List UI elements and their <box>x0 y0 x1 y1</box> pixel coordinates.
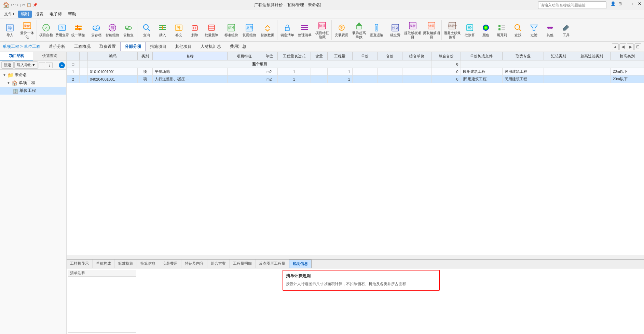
query-button[interactable]: 查询 <box>139 20 154 40</box>
standard-price-button[interactable]: 标准 标准组价 <box>222 20 240 40</box>
project-check-button[interactable]: ✓ 项目自检 <box>38 20 54 40</box>
lock-list-button[interactable]: 锁定清单 <box>279 20 296 40</box>
row-code-1[interactable]: 010101001001 <box>87 68 137 75</box>
move-up-button[interactable]: ↑ <box>39 62 45 68</box>
group-expand[interactable]: □ <box>67 60 80 68</box>
bottom-tab-install-fee[interactable]: 安装费用 <box>159 260 181 268</box>
global-search-input[interactable] <box>538 1 606 9</box>
tab-sections[interactable]: 分部分项 <box>120 42 146 51</box>
cloud-save-button[interactable]: 云存档 <box>88 20 104 40</box>
bottom-tab-materials[interactable]: 工料机显示 <box>67 260 93 268</box>
standalone-fee-button[interactable]: 独立 独立费 <box>387 20 403 40</box>
tab-project-overview[interactable]: 工程概况 <box>70 42 95 51</box>
redo-icon[interactable]: ↪ <box>15 3 18 7</box>
comment-body[interactable] <box>68 277 136 333</box>
install-fee-button[interactable]: 安 安装费用 <box>333 20 350 40</box>
user-icon[interactable]: 👤 <box>611 1 616 9</box>
tab-materials[interactable]: 人材机汇总 <box>196 42 225 51</box>
bottom-tab-qty-detail[interactable]: 工程量明细 <box>230 260 256 268</box>
bottom-tab-price-comp[interactable]: 单价构成 <box>93 260 115 268</box>
bottom-tab-description[interactable]: 说明信息 <box>289 260 312 268</box>
find-button[interactable]: 查找 <box>510 20 526 40</box>
row-amount-2[interactable]: 1 <box>327 75 352 83</box>
expand-button[interactable]: 展开到 <box>494 20 510 40</box>
row-more-icon[interactable]: ... <box>186 77 189 81</box>
row-files-1[interactable]: 民用建筑工程 <box>461 68 502 75</box>
row-code-2[interactable]: 040204001001 <box>87 75 137 83</box>
bottom-tab-features[interactable]: 特征及内容 <box>181 260 207 268</box>
unified-adjust-button[interactable]: 统一调整 <box>70 20 86 40</box>
add-icon-button[interactable]: + <box>59 62 65 68</box>
row-name-1[interactable]: 平整场地 <box>152 68 227 75</box>
calc-button[interactable]: 砼 砼浆算 <box>462 20 478 40</box>
menu-help[interactable]: 帮助 <box>65 11 79 18</box>
menu-edit[interactable]: 编制 <box>18 11 32 18</box>
supplement-button[interactable]: 补 补充 <box>171 20 187 40</box>
row-specialty-2[interactable]: 民用建筑工程 <box>502 75 544 83</box>
concrete-convert-button[interactable]: 混凝土 混凝土砂浆换算 <box>443 20 462 40</box>
insert-button[interactable]: 插入 <box>155 20 170 40</box>
bottom-tab-combo[interactable]: 组合方案 <box>207 260 230 268</box>
replace-data-button[interactable]: 替换数据 <box>259 20 276 40</box>
nav-right-arrow[interactable]: ▶ <box>627 43 634 50</box>
move-down-button[interactable]: ↓ <box>46 62 53 68</box>
tab-fee-summary[interactable]: 费用汇总 <box>225 42 251 51</box>
vertical-transport-button[interactable]: 竖直运输 <box>368 20 385 40</box>
grid-icon[interactable]: ⊞ <box>618 1 622 9</box>
breadcrumb-unit-project[interactable]: 单项工程 <box>3 44 19 49</box>
new-button[interactable]: 新建 <box>1 61 14 69</box>
minimize-button[interactable]: — <box>626 1 630 9</box>
undo-icon[interactable]: ↩ <box>11 3 14 7</box>
filter-button[interactable]: 过滤 <box>526 20 542 40</box>
batch-delete-button[interactable]: 批量删除 <box>203 20 220 40</box>
tree-unit-project[interactable]: ▼ 🏠 单项工程 <box>0 79 66 87</box>
row-specialty-1[interactable]: 民用建筑工程 <box>502 68 544 75</box>
tree-root[interactable]: ▼ 📁 未命名 <box>0 71 66 79</box>
close-button[interactable]: ✕ <box>638 1 641 9</box>
row-feature-2[interactable] <box>228 75 261 83</box>
smart-price-button[interactable]: 智 智能组价 <box>105 20 120 40</box>
sidebar-tab-quick[interactable]: 快速查询 <box>33 52 66 60</box>
copy-icon[interactable]: 📋 <box>27 3 31 7</box>
bottom-tab-figure[interactable]: 反查图形工程量 <box>256 260 289 268</box>
row-feature-1[interactable] <box>228 68 261 75</box>
tree-unit-item[interactable]: 🏢 单位工程 <box>0 87 66 95</box>
maximize-button[interactable]: □ <box>633 1 635 9</box>
delete-button[interactable]: 删除 <box>187 20 203 40</box>
menu-ebid[interactable]: 电子标 <box>47 11 65 18</box>
nav-up-arrow[interactable]: ▲ <box>612 43 619 50</box>
bottom-tab-std-convert[interactable]: 标准换算 <box>115 260 137 268</box>
extract-template-button[interactable]: 模板 提取模板项目 <box>403 20 422 40</box>
row-formula-1[interactable]: 1 <box>277 68 311 75</box>
qty-price-unity-button[interactable]: 量价 量价一体化 <box>18 20 36 40</box>
extract-steel-button[interactable]: 钢筋 提取钢筋项目 <box>422 20 441 40</box>
tab-other-items[interactable]: 其他项目 <box>171 42 196 51</box>
tab-fee-settings[interactable]: 取费设置 <box>95 42 120 51</box>
fee-view-button[interactable]: ¥ 费用查看 <box>54 20 70 40</box>
arrange-list-button[interactable]: 整理清单 <box>296 20 313 40</box>
color-button[interactable]: 颜色 <box>478 20 494 40</box>
nav-expand-arrow[interactable]: ⊡ <box>634 43 641 50</box>
feature-hide-button[interactable]: 特征 项目特征隐藏 <box>314 20 331 40</box>
tab-measures[interactable]: 措施项目 <box>146 42 171 51</box>
tools-button[interactable]: 工具 <box>558 20 574 40</box>
import-export-button[interactable]: 导入导出▼ <box>14 61 38 69</box>
bottom-tab-convert-info[interactable]: 换算信息 <box>137 260 159 268</box>
table-area[interactable]: 编码 类别 名称 项目特征 单位 工程量表达式 含量 工程量 单价 合价 综合单… <box>67 52 644 255</box>
row-name-2[interactable]: 人行道整形、碾压 ... <box>152 75 227 83</box>
menu-file[interactable]: 文件+ <box>1 11 17 18</box>
paste-icon[interactable]: 📌 <box>33 3 38 7</box>
tab-cost-analysis[interactable]: 造价分析 <box>44 42 70 51</box>
menu-report[interactable]: 报表 <box>32 11 46 18</box>
row-formula-2[interactable]: 1 <box>277 75 311 83</box>
nav-left-arrow[interactable]: ◀ <box>619 43 626 50</box>
decor-height-button[interactable]: 装饰超高降效 <box>351 20 368 40</box>
horizontal-scrollbar[interactable] <box>67 255 644 259</box>
row-amount-1[interactable]: 1 <box>327 68 352 75</box>
other-button[interactable]: 其他 <box>542 20 558 40</box>
cut-icon[interactable]: ✂ <box>22 3 25 7</box>
row-files-2[interactable]: [民用建筑工程] <box>461 75 502 83</box>
breadcrumb-unit-item[interactable]: 单位工程 <box>24 44 40 49</box>
import-button[interactable]: 导 导入 <box>2 20 18 40</box>
cloud-check-button[interactable]: 云检查 <box>121 20 136 40</box>
